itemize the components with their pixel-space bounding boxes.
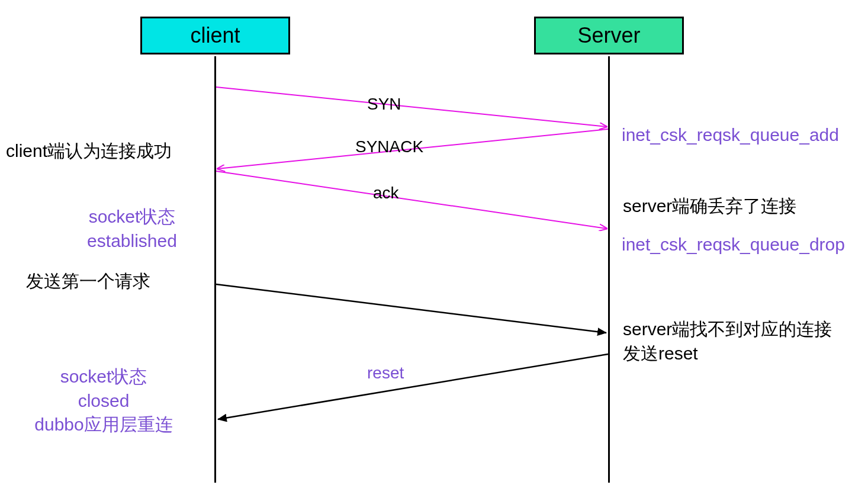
socket-closed-line1: socket状态 <box>9 365 198 389</box>
server-dropped: server端确丢弃了连接 <box>623 194 796 219</box>
synack-label: SYNACK <box>355 137 423 156</box>
socket-closed-line2: closed <box>9 389 198 413</box>
syn-arrow <box>216 87 607 127</box>
server-not-found-line2: 发送reset <box>623 342 832 366</box>
server-label: Server <box>577 23 640 47</box>
server-lifeline-box: Server <box>534 17 684 54</box>
client-send-first-request: 发送第一个请求 <box>26 269 150 294</box>
socket-established-line2: established <box>64 229 200 253</box>
client-lifeline-box: client <box>140 17 290 54</box>
client-socket-established: socket状态 established <box>64 205 200 253</box>
server-not-found: server端找不到对应的连接 发送reset <box>623 317 832 365</box>
syn-label: SYN <box>367 95 401 114</box>
server-not-found-line1: server端找不到对应的连接 <box>623 317 832 342</box>
server-queue-drop: inet_csk_reqsk_queue_drop <box>622 233 845 257</box>
client-connect-success: client端认为连接成功 <box>6 139 172 163</box>
request-arrow <box>216 284 606 333</box>
ack-arrow <box>216 171 607 229</box>
client-label: client <box>190 23 240 47</box>
client-socket-closed: socket状态 closed dubbo应用层重连 <box>9 365 198 437</box>
socket-established-line1: socket状态 <box>64 205 200 229</box>
reset-arrow <box>218 354 608 419</box>
server-queue-add: inet_csk_reqsk_queue_add <box>622 123 839 147</box>
server-lifeline <box>608 56 610 483</box>
client-lifeline <box>214 56 216 483</box>
ack-label: ack <box>373 184 399 203</box>
reset-label: reset <box>367 364 404 383</box>
socket-closed-line3: dubbo应用层重连 <box>9 413 198 437</box>
